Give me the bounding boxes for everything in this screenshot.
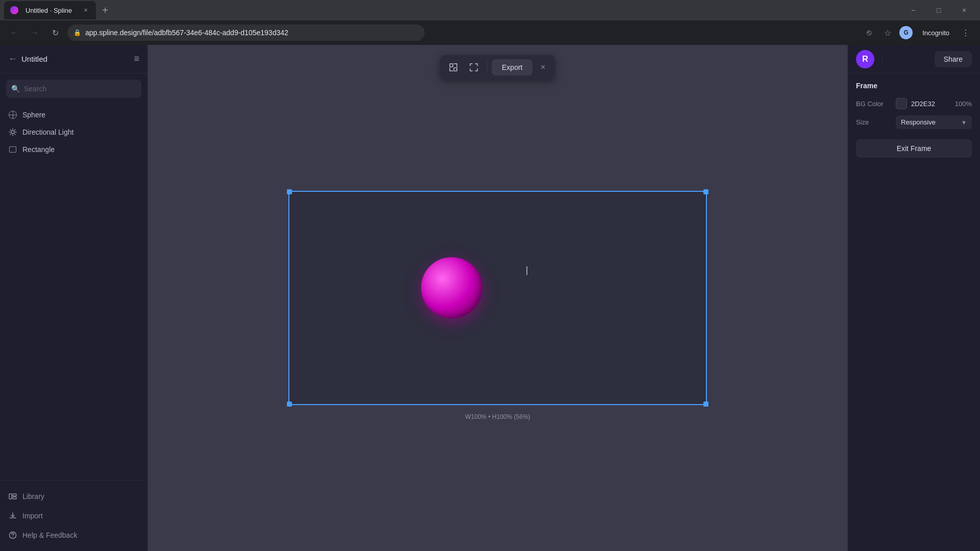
fit-view-button[interactable]: [444, 58, 462, 77]
import-label: Import: [22, 512, 43, 520]
fullscreen-button[interactable]: [464, 58, 483, 77]
size-dropdown[interactable]: Responsive ▼: [896, 115, 972, 129]
library-icon: [8, 492, 17, 501]
maximize-button[interactable]: □: [927, 2, 950, 18]
reload-button[interactable]: ↻: [47, 24, 63, 41]
url-text: app.spline.design/file/adbfb567-34e6-484…: [85, 29, 419, 37]
help-feedback-button[interactable]: Help & Feedback: [0, 525, 148, 545]
address-actions: ⎋ ☆ G Incognito ⋮: [861, 24, 974, 41]
menu-button[interactable]: ≡: [134, 54, 139, 64]
back-button[interactable]: ←: [6, 24, 22, 41]
exit-frame-button[interactable]: Exit Frame: [856, 139, 972, 158]
canvas-toolbar: Export ×: [440, 55, 555, 80]
dropdown-arrow-icon: ▼: [961, 119, 967, 126]
layer-name-directional-light: Directional Light: [22, 128, 74, 136]
canvas-area[interactable]: Export × | W100% • H100% (56%): [148, 45, 847, 551]
new-tab-button[interactable]: +: [98, 3, 112, 17]
svg-rect-10: [13, 494, 16, 496]
search-bar[interactable]: 🔍: [6, 80, 141, 98]
more-options-button[interactable]: ⋮: [958, 24, 974, 41]
bg-color-swatch[interactable]: [896, 98, 907, 109]
svg-line-5: [10, 130, 11, 130]
dimension-label: W100% • H100% (56%): [465, 413, 530, 420]
minimize-button[interactable]: −: [901, 2, 925, 18]
help-label: Help & Feedback: [22, 531, 77, 539]
spline-favicon: [10, 6, 18, 14]
bg-color-value: 2D2E32: [911, 100, 951, 108]
bg-opacity-value: 100%: [955, 100, 972, 108]
back-to-home-button[interactable]: ←: [8, 54, 17, 64]
import-button[interactable]: Import: [0, 506, 148, 525]
bg-color-row: BG Color 2D2E32 100%: [856, 98, 972, 109]
profile-button[interactable]: G: [898, 24, 914, 41]
frame-container: | W100% • H100% (56%): [288, 191, 707, 405]
sphere-layer-icon: [8, 110, 17, 119]
lock-icon: 🔒: [74, 29, 81, 36]
app-body: ← Untitled ≡ 🔍 Sphere: [0, 45, 980, 551]
svg-point-0: [11, 131, 14, 134]
export-button[interactable]: Export: [492, 59, 532, 76]
size-label: Size: [856, 118, 892, 126]
sidebar-footer: Library Import: [0, 480, 148, 551]
frame-canvas[interactable]: |: [288, 191, 707, 405]
library-label: Library: [22, 492, 44, 500]
right-panel: R Share Frame BG Color 2D2E32 100% Size …: [847, 45, 980, 551]
profile-avatar: G: [899, 26, 913, 39]
svg-rect-9: [9, 494, 12, 499]
svg-rect-11: [13, 497, 16, 499]
layer-name-rectangle: Rectangle: [22, 145, 55, 154]
share-button[interactable]: Share: [935, 51, 972, 67]
bg-color-label: BG Color: [856, 100, 892, 108]
size-row: Size Responsive ▼: [856, 115, 972, 129]
tab-title: Untitled · Spline: [26, 7, 78, 14]
svg-point-13: [12, 537, 13, 538]
window-controls: − □ ×: [901, 2, 976, 18]
toolbar-divider: [487, 61, 487, 73]
library-button[interactable]: Library: [0, 487, 148, 506]
layer-item-rectangle[interactable]: Rectangle: [0, 141, 148, 158]
url-bar[interactable]: 🔒 app.spline.design/file/adbfb567-34e6-4…: [67, 24, 425, 41]
address-bar: ← → ↻ 🔒 app.spline.design/file/adbfb567-…: [0, 20, 980, 45]
incognito-badge: Incognito: [916, 27, 955, 39]
help-icon: [8, 531, 17, 540]
search-icon: 🔍: [11, 85, 20, 93]
sidebar: ← Untitled ≡ 🔍 Sphere: [0, 45, 148, 551]
svg-rect-15: [454, 68, 457, 71]
search-input[interactable]: [24, 85, 136, 93]
forward-button[interactable]: →: [27, 24, 43, 41]
project-title: Untitled: [21, 55, 134, 63]
layers-list: Sphere Directi: [0, 104, 148, 480]
layer-name-sphere: Sphere: [22, 111, 45, 119]
svg-rect-14: [450, 64, 453, 67]
panel-separator: [881, 52, 882, 66]
svg-line-7: [15, 130, 15, 130]
bookmark-button[interactable]: ☆: [879, 24, 896, 41]
browser-tab[interactable]: Untitled · Spline ×: [4, 1, 96, 19]
size-dropdown-value: Responsive: [901, 118, 936, 126]
svg-line-8: [10, 134, 11, 135]
light-layer-icon: [8, 128, 17, 137]
user-avatar: R: [856, 50, 874, 68]
cast-button[interactable]: ⎋: [861, 24, 877, 41]
right-panel-header: R Share: [848, 45, 980, 73]
close-window-button[interactable]: ×: [952, 2, 976, 18]
import-icon: [8, 511, 17, 520]
panel-content: Frame BG Color 2D2E32 100% Size Responsi…: [848, 73, 980, 551]
svg-line-6: [15, 134, 15, 135]
panel-section-title: Frame: [856, 82, 972, 90]
tab-bar: Untitled · Spline × + − □ ×: [0, 0, 980, 20]
sidebar-header: ← Untitled ≡: [0, 45, 148, 73]
layer-item-directional-light[interactable]: Directional Light: [0, 123, 148, 141]
sphere-object[interactable]: [421, 257, 482, 318]
cursor: |: [526, 265, 528, 276]
toolbar-close-button[interactable]: ×: [535, 59, 551, 76]
rectangle-layer-icon: [8, 145, 17, 154]
layer-item-sphere[interactable]: Sphere: [0, 106, 148, 123]
browser-chrome: Untitled · Spline × + − □ × ← → ↻ 🔒: [0, 0, 980, 45]
tab-close-button[interactable]: ×: [82, 6, 90, 14]
